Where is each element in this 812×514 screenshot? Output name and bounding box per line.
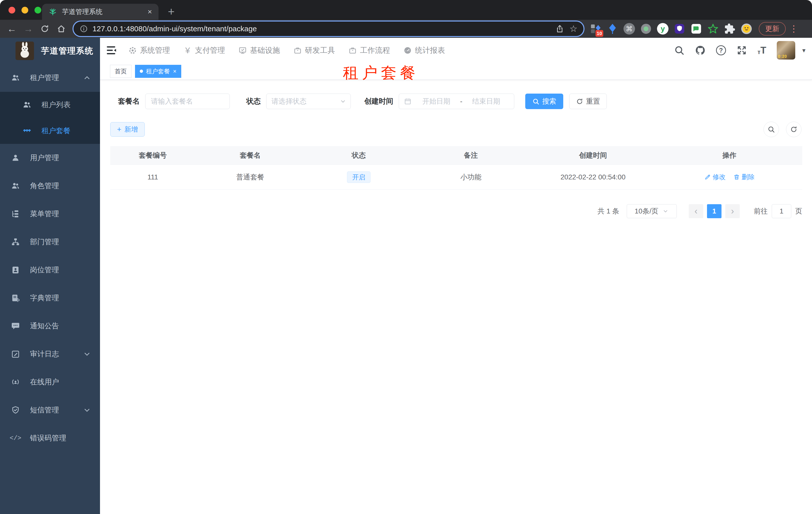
- chevron-down-icon: [340, 98, 347, 105]
- extension-emoji-icon[interactable]: [741, 23, 752, 34]
- add-button[interactable]: + 新增: [110, 122, 145, 137]
- extension-command-icon[interactable]: ⌘: [624, 23, 635, 34]
- delete-link[interactable]: 删除: [733, 173, 755, 182]
- avatar[interactable]: 0:20: [777, 41, 795, 59]
- date-range-picker[interactable]: 开始日期 - 结束日期: [399, 93, 514, 109]
- sidebar-item-online-users[interactable]: 在线用户: [0, 368, 100, 396]
- cell-package-name: 普通套餐: [195, 172, 305, 182]
- column-header: 备注: [412, 151, 529, 160]
- cell-status: 开启: [305, 171, 412, 183]
- minimize-window-button[interactable]: [22, 7, 28, 13]
- page-title-overlay: 租户套餐: [343, 62, 419, 83]
- goto-label: 前往: [754, 207, 768, 216]
- extensions-puzzle-icon[interactable]: [724, 23, 735, 34]
- reset-button[interactable]: 重置: [569, 93, 607, 109]
- sidebar-item-label: 菜单管理: [30, 209, 59, 219]
- page-size-select[interactable]: 10条/页: [627, 204, 677, 218]
- browser-tab[interactable]: 芋道管理系统 ×: [42, 4, 158, 20]
- chrome-update-button[interactable]: 更新: [759, 22, 786, 35]
- top-nav-workflow[interactable]: 工作流程: [348, 45, 390, 56]
- sidebar-item-label: 错误码管理: [30, 433, 66, 443]
- zoom-window-button[interactable]: [34, 7, 41, 13]
- edit-link[interactable]: 修改: [704, 173, 726, 182]
- extension-translate-icon[interactable]: [691, 23, 702, 34]
- range-separator: -: [459, 97, 463, 105]
- sidebar-item-menu-mgmt[interactable]: 菜单管理: [0, 200, 100, 228]
- extension-kite-icon[interactable]: [607, 23, 618, 34]
- sidebar-item-notice[interactable]: 通知公告: [0, 312, 100, 340]
- prev-page-button[interactable]: ‹: [689, 204, 703, 218]
- status-select[interactable]: 请选择状态: [266, 93, 351, 109]
- sidebar-item-sms-mgmt[interactable]: 短信管理: [0, 396, 100, 424]
- tag-tenant-package[interactable]: 租户套餐 ×: [135, 65, 181, 78]
- tab-strip: 芋道管理系统 × +: [0, 0, 812, 20]
- browser-menu-icon[interactable]: ⋮: [789, 24, 798, 34]
- extension-tabs-icon[interactable]: 10: [590, 23, 602, 34]
- search-icon[interactable]: [674, 45, 685, 56]
- message-icon: [11, 322, 20, 330]
- sidebar-item-error-code[interactable]: </> 错误码管理: [0, 424, 100, 452]
- column-header: 状态: [305, 151, 412, 160]
- browser-toolbar: ← → 127.0.0.1:48080/admin-ui/system/tena…: [0, 20, 812, 38]
- package-name-input[interactable]: [145, 93, 230, 109]
- table-tools: [763, 121, 802, 137]
- online-signal-icon: [11, 378, 20, 387]
- back-button[interactable]: ←: [5, 22, 19, 35]
- start-date-placeholder[interactable]: 开始日期: [413, 97, 459, 106]
- bookmark-star-icon[interactable]: ☆: [570, 24, 578, 34]
- search-button[interactable]: 搜索: [525, 93, 563, 109]
- caret-down-icon[interactable]: ▾: [802, 47, 806, 54]
- sidebar-item-tenant-list[interactable]: 租户列表: [0, 92, 100, 118]
- top-nav-payment[interactable]: ¥ 支付管理: [183, 45, 225, 56]
- sidebar-item-user-mgmt[interactable]: 用户管理: [0, 144, 100, 172]
- sidebar-item-tenant-group[interactable]: 租户管理: [0, 64, 100, 92]
- refresh-table-button[interactable]: [786, 121, 802, 137]
- top-nav-system[interactable]: 系统管理: [128, 45, 170, 56]
- url-bar[interactable]: 127.0.0.1:48080/admin-ui/system/tenant/p…: [74, 22, 583, 36]
- sidebar: 芋道管理系统 租户管理 租户列表 租户套餐: [0, 38, 100, 514]
- end-date-placeholder[interactable]: 结束日期: [464, 97, 509, 106]
- top-nav-dev-tools[interactable]: 研发工具: [293, 45, 335, 56]
- page-content: 套餐名 状态 请选择状态 创建时间 开始日期 - 结束日期: [100, 80, 812, 218]
- tab-close-icon[interactable]: ×: [147, 7, 152, 16]
- help-icon[interactable]: ?: [716, 45, 726, 55]
- collapse-sidebar-icon[interactable]: [106, 45, 117, 56]
- total-count: 共 1 条: [598, 207, 619, 216]
- url-text[interactable]: 127.0.0.1:48080/admin-ui/system/tenant/p…: [92, 25, 551, 33]
- site-info-icon[interactable]: [80, 25, 88, 33]
- goto-unit-label: 页: [795, 207, 802, 216]
- sidebar-item-dept-mgmt[interactable]: 部门管理: [0, 228, 100, 256]
- top-nav-infra[interactable]: 基础设施: [238, 45, 280, 56]
- extension-shield-icon[interactable]: [674, 23, 685, 34]
- tag-close-icon[interactable]: ×: [173, 68, 176, 75]
- gauge-icon: [404, 46, 412, 55]
- extension-recorder-icon[interactable]: [640, 23, 652, 34]
- sidebar-item-post-mgmt[interactable]: 岗位管理: [0, 256, 100, 284]
- goto-page: 前往 页: [754, 204, 802, 218]
- sidebar-item-tenant-package[interactable]: 租户套餐: [0, 118, 100, 144]
- tag-home[interactable]: 首页: [110, 65, 132, 78]
- sidebar-item-dict-mgmt[interactable]: 字典管理: [0, 284, 100, 312]
- font-size-icon[interactable]: тT: [757, 46, 766, 55]
- sidebar-item-audit-log[interactable]: 审计日志: [0, 340, 100, 368]
- forward-button[interactable]: →: [22, 22, 35, 35]
- fullscreen-icon[interactable]: [736, 45, 747, 56]
- sidebar-item-role-mgmt[interactable]: 角色管理: [0, 172, 100, 200]
- users-icon: [11, 182, 20, 190]
- extension-vue-devtools-icon[interactable]: y: [657, 23, 668, 34]
- column-header: 创建时间: [529, 151, 657, 160]
- close-window-button[interactable]: [8, 7, 15, 13]
- cell-created-time: 2022-02-22 00:54:00: [529, 173, 657, 181]
- sidebar-logo-row[interactable]: 芋道管理系统: [0, 38, 100, 64]
- current-page[interactable]: 1: [707, 204, 722, 218]
- home-button[interactable]: [55, 22, 68, 35]
- share-icon[interactable]: [555, 25, 564, 33]
- reload-button[interactable]: [38, 22, 52, 35]
- new-tab-button[interactable]: +: [164, 4, 178, 19]
- extension-star-icon[interactable]: [707, 23, 719, 34]
- github-icon[interactable]: [695, 45, 705, 56]
- top-nav-report[interactable]: 统计报表: [404, 45, 445, 56]
- goto-page-input[interactable]: [772, 204, 791, 218]
- next-page-button[interactable]: ›: [725, 204, 740, 218]
- show-search-button[interactable]: [763, 121, 779, 137]
